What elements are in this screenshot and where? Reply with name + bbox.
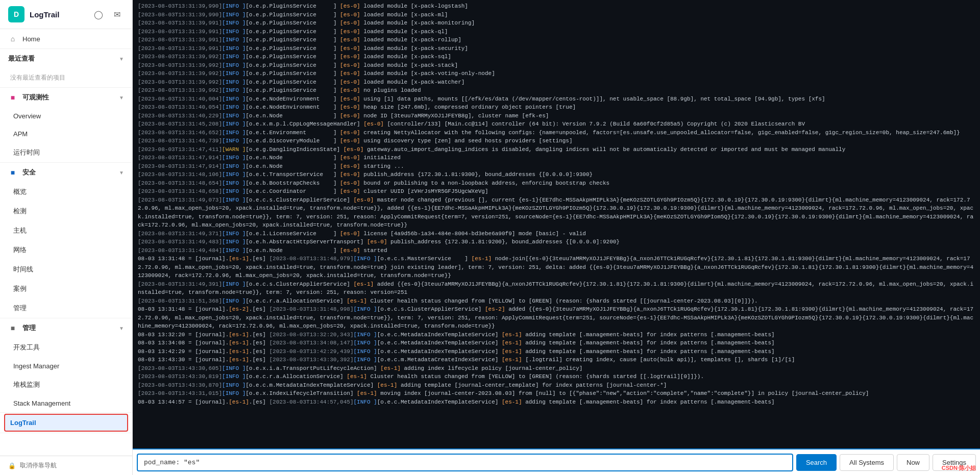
management-section-title: 管理 <box>22 323 114 333</box>
now-button[interactable]: Now <box>897 454 929 471</box>
footer-label: 取消停靠导航 <box>20 461 57 470</box>
recent-section-header[interactable]: 最近查看 ▼ <box>0 49 132 68</box>
log-line: [2023-08-03T13:31:47,914][INFO ][o.e.n.N… <box>137 162 976 171</box>
user-icon-btn[interactable]: ◯ <box>91 7 106 21</box>
log-line: [2023-08-03T13:31:39,992][INFO ][o.e.p.P… <box>137 53 976 61</box>
sidebar-nav: ⌂ Home 最近查看 ▼ 没有最近查看的项目 ■ 可观测性 ▼ Over <box>0 29 132 456</box>
log-line: 08-03 13:31:48 = [journal].[es-1].[es] [… <box>137 255 976 280</box>
chevron-down-icon: ▼ <box>119 56 124 62</box>
log-line: [2023-08-03T13:31:47,914][INFO ][o.e.n.N… <box>137 154 976 162</box>
log-line: 08-03 13:32:20 = [journal].[es-1].[es] [… <box>137 331 976 339</box>
log-line: [2023-08-03T13:31:39,992][INFO ][o.e.p.P… <box>137 61 976 70</box>
logtrail-label: LogTrail <box>10 419 122 427</box>
search-button[interactable]: Search <box>796 454 837 471</box>
nav-section-recent: 最近查看 ▼ 没有最近查看的项目 <box>0 49 132 88</box>
nav-section-observability: ■ 可观测性 ▼ Overview APM 运行时间 <box>0 88 132 163</box>
log-area[interactable]: [2023-08-03T13:31:39,990][INFO ][o.e.p.P… <box>133 0 980 448</box>
log-line: [2023-08-03T13:31:40,229][INFO ][o.e.n.N… <box>137 112 976 120</box>
management-section-header[interactable]: ■ 管理 ▼ <box>0 318 132 338</box>
recent-section-title: 最近查看 <box>8 54 114 63</box>
log-line: [2023-08-03T13:31:49,371][INFO ][o.e.l.L… <box>137 230 976 238</box>
nav-section-logtrail: LogTrail <box>0 414 132 433</box>
sidebar-item-stackmon[interactable]: 堆栈监测 <box>5 375 132 394</box>
sidebar-item-overview[interactable]: Overview <box>5 107 132 125</box>
log-line: [2023-08-03T13:31:39,990][INFO ][o.e.p.P… <box>137 11 976 19</box>
lock-icon: 🔒 <box>8 462 16 469</box>
bottom-bar: Search All Systems Now Settings <box>133 448 980 475</box>
log-line: [2023-08-03T13:31:39,991][INFO ][o.e.p.P… <box>137 36 976 44</box>
main-content: [2023-08-03T13:31:39,990][INFO ][o.e.p.P… <box>133 0 980 475</box>
search-input[interactable] <box>137 454 793 471</box>
sidebar-item-sec-admin[interactable]: 管理 <box>5 298 132 318</box>
sidebar-item-uptime[interactable]: 运行时间 <box>5 143 132 162</box>
log-line: [2023-08-03T13:31:49,483][INFO ][o.e.h.A… <box>137 238 976 246</box>
sidebar-item-devtools[interactable]: 开发工具 <box>5 338 132 357</box>
management-icon: ■ <box>8 323 17 333</box>
home-label: Home <box>22 35 124 43</box>
all-systems-button[interactable]: All Systems <box>840 454 894 471</box>
sidebar-item-stackmgmt[interactable]: Stack Management <box>5 394 132 412</box>
mail-icon-btn[interactable]: ✉ <box>110 7 124 21</box>
sidebar-item-network[interactable]: 网络 <box>5 240 132 260</box>
log-line: [2023-08-03T13:31:39,990][INFO ][o.e.p.P… <box>137 2 976 11</box>
log-line: 08-03 13:44:57 = [journal].[es-1].[es] [… <box>137 398 976 407</box>
log-line: [2023-08-03T13:31:47,411][WARN ][o.e.g.D… <box>137 145 976 154</box>
log-line: [2023-08-03T13:31:39,991][INFO ][o.e.p.P… <box>137 19 976 28</box>
chevron-down-icon: ▼ <box>119 95 124 101</box>
sidebar-item-host[interactable]: 主机 <box>5 221 132 240</box>
observability-section-header[interactable]: ■ 可观测性 ▼ <box>0 88 132 107</box>
recent-empty-message: 没有最近查看的项目 <box>0 68 132 87</box>
log-line: 08-03 13:42:29 = [journal].[es-1].[es] [… <box>137 347 976 356</box>
log-line: [2023-08-03T13:31:40,004][INFO ][o.e.e.N… <box>137 95 976 104</box>
log-line: 08-03 13:31:48 = [journal].[es-2].[es] [… <box>137 305 976 331</box>
sidebar-item-sec-overview[interactable]: 概览 <box>5 182 132 202</box>
sidebar-item-cases[interactable]: 案例 <box>5 279 132 298</box>
log-line: [2023-08-03T13:31:39,991][INFO ][o.e.p.P… <box>137 44 976 53</box>
observability-subsection: Overview APM 运行时间 <box>0 107 132 162</box>
security-icon: ■ <box>8 168 17 177</box>
log-line: 08-03 13:43:30 = [journal].[es-1].[es] [… <box>137 356 976 364</box>
sidebar-item-timeline[interactable]: 时间线 <box>5 260 132 279</box>
log-line: [2023-08-03T13:31:48,654][INFO ][o.e.b.B… <box>137 179 976 188</box>
sidebar-item-home[interactable]: ⌂ Home <box>0 29 132 48</box>
management-subsection: 开发工具 Ingest Manager 堆栈监测 Stack Managemen… <box>0 338 132 412</box>
sidebar-header: D LogTrail ◯ ✉ <box>0 0 132 29</box>
chevron-down-icon: ▼ <box>119 326 124 331</box>
nav-section-security: ■ 安全 ▼ 概览 检测 主机 网络 时间线 案例 管理 <box>0 163 132 318</box>
log-line: [2023-08-03T13:31:49,484][INFO ][o.e.n.N… <box>137 246 976 255</box>
sidebar-item-detect[interactable]: 检测 <box>5 202 132 221</box>
log-line: [2023-08-03T13:43:31,015][INFO ][o.e.x.I… <box>137 389 976 398</box>
observability-section-title: 可观测性 <box>22 93 114 102</box>
log-line: [2023-08-03T13:43:30,870][INFO ][o.e.c.m… <box>137 381 976 390</box>
log-line: [2023-08-03T13:31:39,991][INFO ][o.e.p.P… <box>137 28 976 36</box>
log-line: [2023-08-03T13:31:39,992][INFO ][o.e.p.P… <box>137 69 976 78</box>
kibana-logo: D <box>8 6 24 22</box>
home-icon: ⌂ <box>8 34 17 43</box>
log-line: [2023-08-03T13:43:30,819][INFO ][o.e.c.r… <box>137 372 976 381</box>
log-line: [2023-08-03T13:31:39,992][INFO ][o.e.p.P… <box>137 78 976 87</box>
log-line: [2023-08-03T13:31:48,106][INFO ][o.e.t.T… <box>137 170 976 179</box>
log-line: 08-03 13:34:08 = [journal].[es-1].[es] [… <box>137 339 976 347</box>
log-line: [2023-08-03T13:31:46,739][INFO ][o.e.d.D… <box>137 137 976 145</box>
security-subsection: 概览 检测 主机 网络 时间线 案例 管理 <box>0 182 132 318</box>
watermark: CSDN·陈小姐 <box>942 464 976 472</box>
sidebar-item-ingest[interactable]: Ingest Manager <box>5 357 132 375</box>
nav-section-management: ■ 管理 ▼ 开发工具 Ingest Manager 堆栈监测 Stack Ma… <box>0 318 132 413</box>
log-line: [2023-08-03T13:31:51,368][INFO ][o.e.c.r… <box>137 297 976 306</box>
chevron-down-icon: ▼ <box>119 170 124 176</box>
sidebar: D LogTrail ◯ ✉ ⌂ Home 最近查看 ▼ 没有最近查看的项目 <box>0 0 133 475</box>
sidebar-item-apm[interactable]: APM <box>5 125 132 143</box>
sidebar-item-logtrail[interactable]: LogTrail <box>4 414 128 432</box>
security-section-title: 安全 <box>22 168 114 177</box>
log-line: [2023-08-03T13:31:39,992][INFO ][o.e.p.P… <box>137 86 976 95</box>
observability-icon: ■ <box>8 93 17 102</box>
log-line: [2023-08-03T13:31:40,054][INFO ][o.e.e.N… <box>137 103 976 112</box>
sidebar-top-icons: ◯ ✉ <box>91 7 124 21</box>
log-line: [2023-08-03T13:43:30,605][INFO ][o.e.x.i… <box>137 364 976 373</box>
log-line: [2023-08-03T13:31:49,073][INFO ][o.e.c.s… <box>137 196 976 230</box>
log-line: [2023-08-03T13:31:49,391][INFO ][o.e.c.s… <box>137 280 976 297</box>
log-line: [2023-08-03T13:31:45,208][INFO ][o.e.x.m… <box>137 120 976 129</box>
security-section-header[interactable]: ■ 安全 ▼ <box>0 163 132 182</box>
sidebar-footer[interactable]: 🔒 取消停靠导航 <box>0 456 132 475</box>
nav-section-home: ⌂ Home <box>0 29 132 49</box>
